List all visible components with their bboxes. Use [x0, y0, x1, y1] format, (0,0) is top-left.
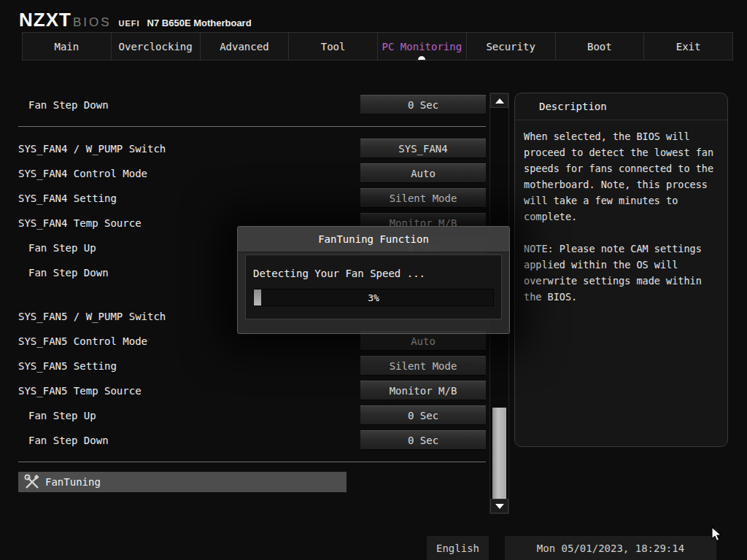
description-panel: Description When selected, the BIOS will… — [514, 93, 728, 447]
setting-label: SYS_FAN4 Control Mode — [18, 168, 147, 179]
tab-label: Advanced — [220, 41, 268, 52]
dialog-message: Detecting Your Fan Speed ... — [253, 268, 494, 279]
tab-label: Tool — [321, 41, 346, 52]
tab-pc-monitoring[interactable]: PC Monitoring — [378, 32, 467, 61]
setting-row: SYS_FAN4 / W_PUMP SwitchSYS_FAN4 — [18, 136, 486, 161]
tab-label: Boot — [587, 41, 612, 52]
setting-value-button[interactable]: 0 Sec — [360, 95, 486, 114]
dialog-title: FanTuning Function — [238, 227, 509, 252]
description-body: When selected, the BIOS will proceed to … — [515, 120, 727, 329]
setting-row: SYS_FAN5 SettingSilent Mode — [18, 354, 486, 378]
language-selector[interactable]: English — [427, 536, 489, 560]
scrollbar-thumb[interactable] — [492, 408, 506, 499]
tab-main[interactable]: Main — [22, 32, 112, 61]
board-name: N7 B650E Motherboard — [147, 18, 252, 28]
tab-overclocking[interactable]: Overclocking — [112, 32, 201, 61]
fantuning-action-row[interactable]: FanTuning — [18, 472, 347, 492]
arrow-up-icon — [495, 98, 504, 104]
setting-label: Fan Step Up — [18, 410, 96, 421]
setting-row: SYS_FAN5 Temp SourceMonitor M/B — [18, 378, 486, 403]
setting-row: SYS_FAN4 SettingSilent Mode — [18, 186, 486, 211]
tab-label: Security — [486, 41, 535, 52]
tab-label: Overclocking — [119, 41, 193, 52]
setting-label: SYS_FAN5 Setting — [18, 360, 117, 372]
mouse-cursor-icon — [710, 526, 724, 542]
setting-row: Fan Step Down0 Sec — [18, 428, 486, 453]
setting-label: SYS_FAN4 Setting — [18, 192, 117, 204]
arrow-down-icon — [495, 504, 504, 509]
setting-value-button[interactable]: Monitor M/B — [360, 381, 486, 400]
tab-label: Exit — [676, 41, 701, 52]
tab-label: Main — [55, 41, 80, 52]
setting-label: SYS_FAN5 Control Mode — [18, 335, 147, 347]
setting-label: SYS_FAN4 / W_PUMP Switch — [18, 143, 166, 155]
description-paragraph: When selected, the BIOS will proceed to … — [524, 128, 719, 225]
setting-value-button[interactable]: 0 Sec — [360, 405, 486, 425]
setting-label: SYS_FAN4 Temp Source — [18, 217, 142, 229]
dialog-body: Detecting Your Fan Speed ... 3% — [245, 254, 502, 319]
setting-value-button[interactable]: SYS_FAN4 — [360, 139, 486, 158]
list-divider — [18, 117, 486, 136]
tools-icon — [24, 474, 40, 490]
setting-row: Fan Step Down0 Sec — [18, 93, 486, 117]
tab-label: PC Monitoring — [382, 41, 462, 52]
setting-label: SYS_FAN5 / W_PUMP Switch — [18, 311, 166, 322]
tab-advanced[interactable]: Advanced — [201, 32, 290, 61]
setting-value-button[interactable]: Silent Mode — [360, 188, 486, 208]
tab-security[interactable]: Security — [467, 32, 556, 61]
setting-label: SYS_FAN5 Temp Source — [18, 385, 142, 397]
description-paragraph: NOTE: Please note CAM settings applied w… — [524, 241, 719, 305]
uefi-label: UEFI — [119, 19, 140, 28]
active-tab-indicator-dot — [418, 56, 425, 61]
tab-exit[interactable]: Exit — [644, 32, 733, 61]
fantuning-dialog: FanTuning Function Detecting Your Fan Sp… — [237, 226, 510, 334]
progress-label: 3% — [254, 289, 493, 306]
setting-label: Fan Step Down — [18, 435, 109, 446]
app-header: NZXT BIOS UEFI N7 B650E Motherboard — [19, 9, 252, 31]
nzxt-logo: NZXT — [19, 9, 71, 31]
bios-label: BIOS — [73, 15, 112, 30]
setting-label: Fan Step Down — [18, 267, 109, 279]
setting-label: Fan Step Down — [18, 99, 109, 111]
datetime-display: Mon 05/01/2023, 18:29:14 — [505, 536, 716, 560]
action-label: FanTuning — [45, 476, 101, 488]
scroll-up-button[interactable] — [490, 93, 508, 108]
scroll-down-button[interactable] — [490, 499, 508, 513]
setting-value-button[interactable]: Auto — [360, 163, 486, 183]
setting-row: Fan Step Up0 Sec — [18, 403, 486, 428]
setting-value-button[interactable]: 0 Sec — [360, 430, 486, 450]
description-title: Description — [515, 93, 727, 120]
tab-boot[interactable]: Boot — [556, 32, 645, 61]
tab-bar: MainOverclockingAdvancedToolPC Monitorin… — [22, 32, 733, 61]
setting-row: SYS_FAN4 Control ModeAuto — [18, 161, 486, 186]
list-divider — [18, 453, 486, 472]
progress-bar: 3% — [253, 289, 494, 306]
setting-label: Fan Step Up — [18, 242, 96, 254]
tab-tool[interactable]: Tool — [289, 32, 378, 61]
setting-value-button[interactable]: Auto — [360, 331, 486, 351]
setting-value-button[interactable]: Silent Mode — [360, 356, 486, 376]
